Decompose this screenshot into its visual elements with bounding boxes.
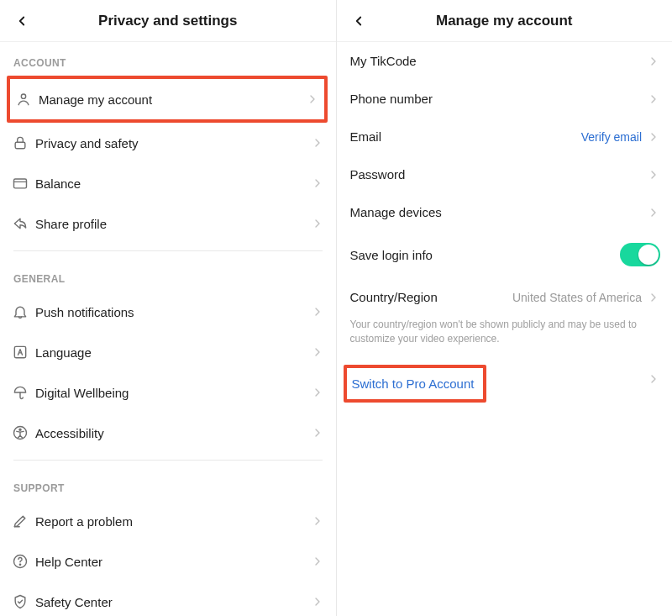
help-icon	[12, 553, 35, 570]
chevron-right-icon	[311, 176, 324, 190]
accessibility-icon	[12, 424, 35, 441]
row-report-label: Report a problem	[35, 514, 311, 529]
chevron-right-icon	[311, 217, 324, 230]
svg-point-0	[21, 94, 25, 98]
chevron-right-icon	[311, 345, 324, 359]
lock-icon	[12, 134, 35, 151]
svg-point-6	[19, 429, 21, 430]
toggle-knob	[638, 245, 659, 265]
row-my-tikcode[interactable]: My TikCode	[337, 42, 673, 80]
back-chevron-icon	[351, 13, 366, 29]
shield-icon	[12, 593, 35, 610]
privacy-settings-pane: Privacy and settings ACCOUNT Manage my a…	[0, 0, 337, 616]
chevron-right-icon	[647, 92, 660, 106]
country-note: Your country/region won't be shown publi…	[337, 316, 673, 356]
row-country-value: United States of America	[512, 291, 642, 304]
row-share-profile[interactable]: Share profile	[0, 203, 336, 244]
row-phone-label: Phone number	[350, 92, 648, 106]
left-content: ACCOUNT Manage my account Privacy and sa…	[0, 42, 336, 616]
left-title: Privacy and settings	[98, 13, 237, 29]
right-title: Manage my account	[436, 13, 573, 29]
back-button-left[interactable]	[12, 11, 32, 31]
row-tikcode-label: My TikCode	[350, 54, 648, 68]
umbrella-icon	[12, 384, 35, 401]
row-help-label: Help Center	[35, 555, 311, 569]
row-switch-pro-wrap[interactable]: Switch to Pro Account	[337, 356, 673, 403]
chevron-right-icon	[647, 291, 660, 304]
divider	[13, 460, 323, 461]
row-digital-wellbeing[interactable]: Digital Wellbeing	[0, 372, 336, 413]
chevron-right-icon	[311, 555, 324, 568]
row-language-label: Language	[35, 345, 311, 360]
share-icon	[12, 215, 35, 232]
left-header: Privacy and settings	[0, 0, 336, 42]
row-safety-label: Safety Center	[35, 595, 311, 609]
person-icon	[15, 91, 39, 108]
row-balance-label: Balance	[35, 176, 311, 191]
chevron-right-icon	[311, 136, 324, 150]
back-button-right[interactable]	[349, 11, 369, 31]
row-report-problem[interactable]: Report a problem	[0, 501, 336, 541]
row-balance[interactable]: Balance	[0, 163, 336, 203]
svg-rect-4	[14, 346, 25, 357]
wallet-icon	[12, 175, 35, 192]
row-push-label: Push notifications	[35, 305, 311, 319]
chevron-right-icon	[311, 305, 324, 319]
right-header: Manage my account	[337, 0, 673, 42]
row-manage-devices[interactable]: Manage devices	[337, 193, 673, 231]
row-privacy-safety[interactable]: Privacy and safety	[0, 123, 336, 163]
svg-rect-1	[15, 142, 25, 149]
row-push-notifications[interactable]: Push notifications	[0, 292, 336, 332]
chevron-right-icon	[311, 426, 324, 440]
row-privacy-label: Privacy and safety	[35, 136, 311, 150]
row-manage-label: Manage my account	[39, 92, 306, 107]
svg-point-9	[19, 564, 20, 565]
row-password[interactable]: Password	[337, 155, 673, 193]
row-devices-label: Manage devices	[350, 205, 648, 219]
row-switch-label: Switch to Pro Account	[352, 376, 478, 391]
section-support-label: SUPPORT	[0, 467, 336, 501]
row-manage-account[interactable]: Manage my account	[7, 76, 328, 123]
manage-account-pane: Manage my account My TikCode Phone numbe…	[337, 0, 673, 616]
bell-icon	[12, 303, 35, 320]
save-login-toggle[interactable]	[620, 243, 660, 266]
row-country-label: Country/Region	[350, 290, 512, 304]
pencil-icon	[12, 513, 35, 529]
chevron-right-icon	[311, 595, 324, 608]
row-country-region[interactable]: Country/Region United States of America	[337, 278, 673, 316]
row-savelogin-label: Save login info	[350, 248, 621, 262]
back-chevron-icon	[14, 13, 29, 29]
row-wellbeing-label: Digital Wellbeing	[35, 386, 311, 400]
chevron-right-icon	[311, 386, 324, 399]
divider	[13, 250, 323, 251]
row-email[interactable]: Email Verify email	[337, 118, 673, 155]
row-safety-center[interactable]: Safety Center	[0, 582, 336, 616]
row-email-value: Verify email	[581, 130, 642, 144]
row-save-login-info[interactable]: Save login info	[337, 231, 673, 278]
row-email-label: Email	[350, 129, 581, 144]
chevron-right-icon	[647, 168, 660, 182]
section-general-label: GENERAL	[0, 258, 336, 292]
row-switch-pro[interactable]: Switch to Pro Account	[344, 365, 486, 403]
chevron-right-icon	[647, 55, 660, 68]
chevron-right-icon	[306, 92, 319, 106]
row-language[interactable]: Language	[0, 332, 336, 372]
row-share-label: Share profile	[35, 217, 311, 231]
chevron-right-icon	[647, 372, 660, 386]
row-accessibility[interactable]: Accessibility	[0, 413, 336, 453]
chevron-right-icon	[647, 206, 660, 219]
svg-rect-2	[14, 179, 27, 188]
right-content: My TikCode Phone number Email Verify ema…	[337, 42, 673, 616]
chevron-right-icon	[647, 130, 660, 144]
section-account-label: ACCOUNT	[0, 42, 336, 76]
row-phone-number[interactable]: Phone number	[337, 80, 673, 118]
row-accessibility-label: Accessibility	[35, 426, 311, 440]
language-icon	[12, 344, 35, 361]
row-password-label: Password	[350, 167, 648, 182]
row-help-center[interactable]: Help Center	[0, 541, 336, 582]
chevron-right-icon	[311, 514, 324, 528]
